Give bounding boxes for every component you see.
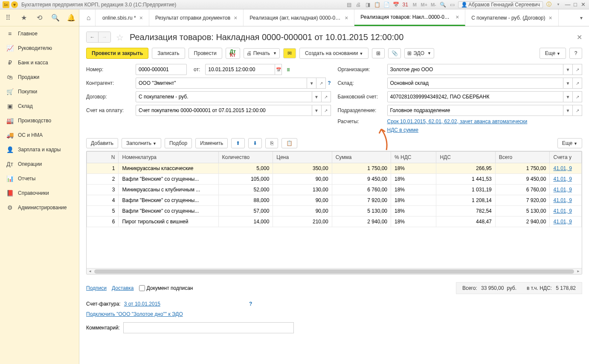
copy-button[interactable]: ⎘	[265, 138, 278, 148]
sf-help-icon[interactable]: ?	[249, 301, 252, 307]
apps-icon[interactable]: ⠿	[4, 14, 12, 22]
number-input[interactable]	[136, 64, 187, 75]
move-down-button[interactable]: ⬇	[248, 138, 262, 148]
invoice-open-icon[interactable]: ↗	[322, 105, 331, 116]
col-vat-pct[interactable]: % НДС	[391, 152, 436, 163]
date-input[interactable]	[205, 64, 275, 75]
panel-icon[interactable]: ▭	[449, 1, 456, 8]
dept-dropdown-icon[interactable]: ▼	[563, 105, 573, 116]
invoice-dropdown-icon[interactable]: ▼	[312, 105, 322, 116]
acct-link[interactable]: 41.01, 9	[553, 197, 572, 203]
move-up-button[interactable]: ⬆	[231, 138, 245, 148]
nav-back-button[interactable]: ←	[87, 32, 99, 42]
print-preview-icon[interactable]: ▤	[345, 1, 352, 8]
bank-input[interactable]	[387, 91, 564, 102]
select-items-button[interactable]: Подбор	[165, 138, 192, 148]
contragent-open-icon[interactable]: ↗	[316, 78, 326, 89]
info-dropdown-icon[interactable]: ▼	[555, 1, 562, 8]
table-row[interactable]: 3 Миникруассаны с клубничным ... 52,000 …	[87, 185, 582, 195]
help-button[interactable]: ?	[569, 48, 582, 59]
calc-link[interactable]: Срок 10.01.2015, 62.01, 62.02, зачет ава…	[387, 118, 528, 124]
more-button[interactable]: Еще▼	[540, 48, 566, 59]
sidebar-item-11[interactable]: 📕Справочники	[0, 186, 79, 200]
table-row[interactable]: 1 Миникруассаны классические 5,000 350,0…	[87, 163, 582, 174]
date-icon[interactable]: 31	[402, 1, 409, 8]
sidebar-item-6[interactable]: 🏭Производство	[0, 113, 79, 128]
info-icon[interactable]: ⓘ	[545, 1, 552, 8]
history-icon[interactable]: ⟲	[35, 14, 44, 22]
home-tab-icon[interactable]: ⌂	[82, 9, 96, 26]
connect-edo-link[interactable]: Подключить "ООО "Золотое дно"" к ЭДО	[86, 311, 183, 317]
memory-plus-icon[interactable]: M+	[421, 1, 427, 8]
warehouse-open-icon[interactable]: ↗	[573, 78, 582, 89]
change-button[interactable]: Изменить	[195, 138, 228, 148]
dept-open-icon[interactable]: ↗	[573, 105, 582, 116]
minimize-icon[interactable]: —	[564, 1, 571, 8]
post-and-close-button[interactable]: Провести и закрыть	[86, 48, 148, 59]
email-button[interactable]: ✉	[283, 48, 296, 58]
signatures-link[interactable]: Подписи	[86, 285, 107, 291]
favorite-star-icon[interactable]: ☆	[116, 32, 125, 42]
edo-button[interactable]: ⊞ ЭДО▼	[404, 48, 434, 58]
document-close-icon[interactable]: ✕	[577, 33, 582, 41]
items-more-button[interactable]: Еще▼	[557, 138, 582, 148]
org-open-icon[interactable]: ↗	[573, 64, 582, 75]
write-button[interactable]: Записать	[152, 48, 185, 59]
contragent-input[interactable]	[136, 78, 307, 89]
col-qty[interactable]: Количество	[218, 152, 273, 163]
col-total[interactable]: Всего	[495, 152, 550, 163]
tab-close-1[interactable]: ×	[234, 14, 237, 21]
memory-m-icon[interactable]: M	[411, 1, 418, 8]
tab-close-2[interactable]: ×	[345, 14, 348, 21]
acct-link[interactable]: 41.01, 9	[553, 187, 572, 193]
dt-kt-button[interactable]: ДтКт	[226, 48, 240, 59]
sf-link[interactable]: 3 от 10.01.2015	[124, 301, 160, 307]
vat-link[interactable]: НДС в сумме	[387, 127, 419, 133]
col-sum[interactable]: Сумма	[332, 152, 391, 163]
contragent-help-icon[interactable]: ?	[328, 80, 331, 86]
tab-close-0[interactable]: ×	[139, 14, 143, 21]
app-menu-dropdown[interactable]: ▾	[11, 1, 18, 8]
table-row[interactable]: 5 Вафли "Венские" со сгущенны... 57,000 …	[87, 206, 582, 217]
org-dropdown-icon[interactable]: ▼	[563, 64, 573, 75]
contract-open-icon[interactable]: ↗	[322, 91, 331, 102]
col-vat[interactable]: НДС	[436, 152, 495, 163]
search-icon[interactable]: 🔍	[51, 14, 60, 22]
table-row[interactable]: 2 Вафли "Венские" со сгущенны... 105,000…	[87, 174, 582, 185]
col-n[interactable]: N	[87, 152, 119, 163]
sidebar-item-12[interactable]: ⚙Администрирование	[0, 200, 79, 215]
memory-minus-icon[interactable]: M-	[430, 1, 437, 8]
user-name[interactable]: 👤Абрамов Геннадий Сергеевич	[458, 1, 543, 8]
bank-open-icon[interactable]: ↗	[573, 91, 582, 102]
status-icon[interactable]: ≣	[284, 64, 293, 75]
col-nomenclature[interactable]: Номенклатура	[119, 152, 218, 163]
print-icon[interactable]: 🖨	[355, 1, 362, 8]
org-input[interactable]	[387, 64, 564, 75]
acct-link[interactable]: 41.01, 9	[553, 219, 572, 225]
sidebar-item-7[interactable]: 🚚ОС и НМА	[0, 128, 79, 142]
compare-icon[interactable]: ◨	[364, 1, 371, 8]
sidebar-item-3[interactable]: 🛍Продажи	[0, 70, 79, 84]
tab-4[interactable]: С покупателем - руб. (Договор)×	[465, 9, 558, 26]
sidebar-item-1[interactable]: 📈Руководителю	[0, 41, 79, 55]
sidebar-item-4[interactable]: 🛒Покупки	[0, 84, 79, 99]
report-icon[interactable]: 📄	[383, 1, 390, 8]
sidebar-item-10[interactable]: 📊Отчеты	[0, 171, 79, 186]
tab-close-3[interactable]: ×	[456, 14, 459, 20]
col-accounts[interactable]: Счета у	[550, 152, 582, 163]
tab-close-4[interactable]: ×	[549, 14, 552, 21]
sidebar-item-0[interactable]: ≡Главное	[0, 26, 79, 41]
post-button[interactable]: Провести	[189, 48, 222, 59]
contragent-dropdown-icon[interactable]: ▼	[307, 78, 316, 89]
signed-checkbox[interactable]: Документ подписан	[139, 285, 193, 291]
delivery-link[interactable]: Доставка	[112, 285, 134, 291]
table-row[interactable]: 4 Вафли "Венские" со сгущенны... 88,000 …	[87, 195, 582, 206]
table-row[interactable]: 6 Пирог тирольский с вишней 14,000 210,0…	[87, 217, 582, 227]
favorites-icon[interactable]: ★	[20, 14, 28, 22]
paste-button[interactable]: 📋	[281, 138, 297, 148]
fill-button[interactable]: Заполнить▼	[122, 138, 161, 148]
add-row-button[interactable]: Добавить	[86, 138, 118, 148]
tab-2[interactable]: Реализация (акт, накладная) 0000-00...×	[244, 9, 354, 26]
contract-dropdown-icon[interactable]: ▼	[312, 91, 322, 102]
sidebar-item-9[interactable]: ДтОперации	[0, 157, 79, 171]
